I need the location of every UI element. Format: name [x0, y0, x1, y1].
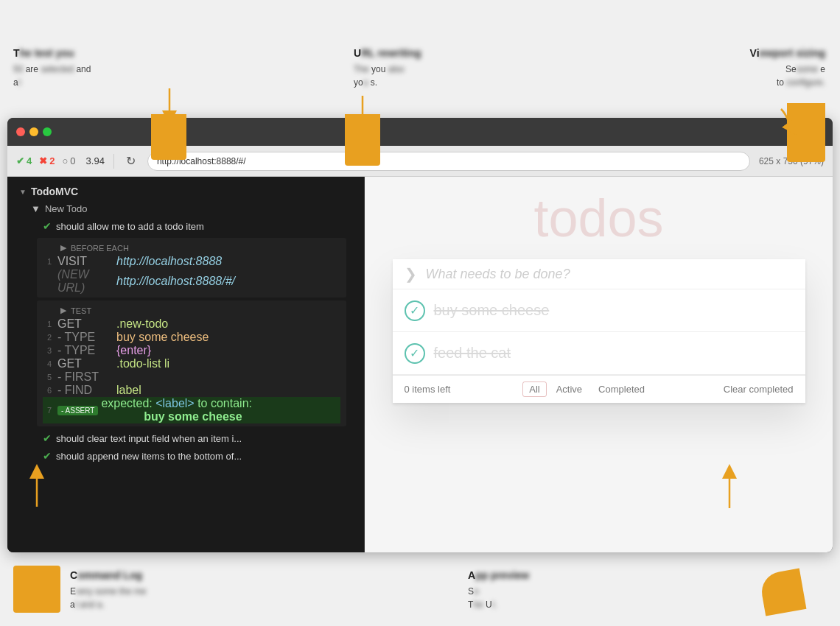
- todo-text-2: feed the cat: [434, 345, 511, 362]
- list-item: buy some cheese: [393, 289, 805, 332]
- refresh-button[interactable]: ↻: [123, 151, 139, 171]
- code-row-t5: 5 - FIRST: [43, 370, 340, 384]
- filter-buttons: All Active Completed: [522, 381, 651, 397]
- clear-completed-button[interactable]: Clear completed: [724, 384, 794, 395]
- test-item-1[interactable]: ✔ should allow me to add a todo item: [25, 217, 358, 235]
- code-row-t1: 1 GET .new-todo: [43, 317, 340, 331]
- chevron-down-icon: ▼: [19, 188, 27, 196]
- browser-window: ✔ 4 ✖ 2 ○ 0 3.94 ↻ 625 x 750 (97%) ▼ To: [7, 118, 833, 552]
- orange-box-bottom-right: [759, 569, 807, 616]
- annotation-top-right: Viewport sizing Sesome e to configure.: [750, 46, 825, 89]
- todo-container: ❯ What needs to be done? buy some cheese…: [393, 259, 805, 403]
- todo-checkbox-1[interactable]: [405, 300, 425, 321]
- assert-badge: - ASSERT: [57, 406, 98, 415]
- filter-completed-button[interactable]: Completed: [592, 381, 651, 397]
- test-stats: ✔ 4 ✖ 2 ○ 0 3.94: [16, 155, 105, 166]
- todo-text-1: buy some cheese: [434, 302, 550, 319]
- fail-count: ✖ 2: [39, 155, 55, 166]
- test-group: ▼ New Todo ✔ should allow me to add a to…: [13, 200, 358, 465]
- url-input[interactable]: [147, 152, 750, 171]
- app-panel: todos ❯ What needs to be done? buy some …: [365, 177, 833, 552]
- list-item-2: feed the cat: [393, 332, 805, 375]
- code-row-t7: 7 - ASSERT expected: <label> to contain:…: [43, 397, 340, 423]
- filter-all-button[interactable]: All: [522, 381, 546, 397]
- check-icon: ✔: [16, 155, 24, 166]
- title-bar: [7, 118, 833, 146]
- code-row-1: 1 VISIT http://localhost:8888: [43, 255, 340, 268]
- test-name-1: should allow me to add a todo item: [56, 221, 204, 232]
- arrow-right-icon-test: ▶: [60, 306, 66, 315]
- todo-footer: 0 items left All Active Completed Clear …: [393, 375, 805, 403]
- group-label: New Todo: [45, 203, 88, 214]
- viewport-info: 625 x 750 (97%): [759, 156, 824, 166]
- suite-header[interactable]: ▼ TodoMVC: [13, 183, 358, 200]
- filter-active-button[interactable]: Active: [550, 381, 589, 397]
- code-row-t4: 4 GET .todo-list li: [43, 357, 340, 370]
- before-each-block: ▶ BEFORE EACH 1 VISIT http://localhost:8…: [37, 238, 346, 298]
- todo-app: todos ❯ What needs to be done? buy some …: [393, 177, 805, 418]
- main-content: ▼ TodoMVC ▼ New Todo ✔ should allow me t…: [7, 177, 833, 552]
- annotation-top-left: The test you 50 are selected and at: [13, 46, 91, 89]
- test-block: ▶ TEST 1 GET .new-todo 2 - TYPE: [37, 300, 346, 426]
- app-title: todos: [393, 191, 805, 245]
- test-name-3: should append new items to the bottom of…: [56, 451, 242, 462]
- suite-label: TodoMVC: [31, 186, 78, 197]
- orange-box-bottom-left: [13, 566, 60, 613]
- close-button[interactable]: [16, 127, 25, 136]
- todo-list: buy some cheese feed the cat: [393, 289, 805, 375]
- test-name-2: should clear text input field when an it…: [56, 433, 242, 444]
- minimize-button[interactable]: [29, 127, 38, 136]
- pass-icon-3: ✔: [43, 450, 52, 462]
- code-row-t2: 2 - TYPE buy some cheese: [43, 331, 340, 344]
- todo-placeholder: What needs to be done?: [426, 267, 570, 282]
- annotation-top-center: URL rewriting The you also you s.: [354, 46, 421, 89]
- chevron-down-icon-group: ▼: [31, 203, 41, 214]
- annotation-bottom-left: Command Log Every some the me at and a.: [70, 568, 146, 611]
- test-suite: ▼ TodoMVC ▼ New Todo ✔ should allow me t…: [7, 183, 364, 465]
- test-item-3[interactable]: ✔ should append new items to the bottom …: [25, 447, 358, 465]
- toggle-all-icon[interactable]: ❯: [405, 265, 417, 283]
- group-header[interactable]: ▼ New Todo: [25, 200, 358, 217]
- test-panel: ▼ TodoMVC ▼ New Todo ✔ should allow me t…: [7, 177, 365, 552]
- arrow-right-icon: ▶: [60, 243, 66, 253]
- code-row-t3: 3 - TYPE {enter}: [43, 344, 340, 357]
- separator: [113, 154, 114, 169]
- code-row-t6: 6 - FIND label: [43, 384, 340, 397]
- toolbar: ✔ 4 ✖ 2 ○ 0 3.94 ↻ 625 x 750 (97%): [7, 146, 833, 177]
- pass-icon: ✔: [43, 220, 52, 232]
- items-count: 0 items left: [405, 384, 451, 395]
- todo-checkbox-2[interactable]: [405, 343, 425, 364]
- test-label: ▶ TEST: [37, 303, 346, 317]
- x-icon: ✖: [39, 155, 47, 166]
- code-row-new-url: (NEW URL) http://localhost:8888/#/: [43, 268, 340, 295]
- test-item-2[interactable]: ✔ should clear text input field when an …: [25, 429, 358, 447]
- pass-icon-2: ✔: [43, 432, 52, 444]
- before-each-label: ▶ BEFORE EACH: [37, 241, 346, 255]
- maximize-button[interactable]: [43, 127, 52, 136]
- circle-icon: ○: [62, 155, 68, 166]
- pending-count: ○ 0: [62, 155, 75, 166]
- test-time: 3.94: [86, 155, 105, 166]
- pass-count: ✔ 4: [16, 155, 32, 166]
- todo-input-row: ❯ What needs to be done?: [393, 259, 805, 289]
- annotation-bottom-right: App preview So The UI.: [468, 568, 529, 611]
